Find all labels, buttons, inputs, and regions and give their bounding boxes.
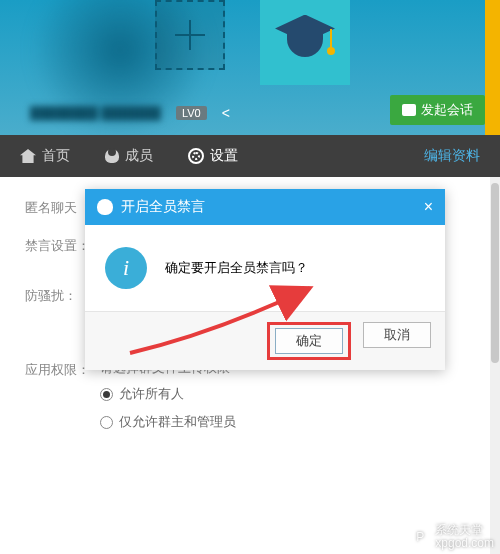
start-chat-label: 发起会话: [421, 101, 473, 119]
ok-button-highlight: 确定: [267, 322, 351, 360]
main-nav: 首页 成员 设置 编辑资料: [0, 135, 500, 177]
allow-all-radio[interactable]: [100, 388, 113, 401]
dialog-cancel-button[interactable]: 取消: [363, 322, 431, 348]
chat-bubble-icon: [402, 104, 416, 116]
watermark: P 系统天堂 xpgod.com: [409, 524, 494, 550]
allow-all-label: 允许所有人: [119, 385, 184, 403]
edit-profile-link[interactable]: 编辑资料: [424, 147, 480, 165]
graduation-cap-icon: [275, 23, 335, 63]
share-icon[interactable]: <: [222, 105, 230, 121]
nav-home-label: 首页: [42, 147, 70, 165]
watermark-line2: xpgod.com: [435, 537, 494, 550]
nav-settings-label: 设置: [210, 147, 238, 165]
scrollbar-thumb[interactable]: [491, 183, 499, 363]
nav-members[interactable]: 成员: [105, 147, 153, 165]
nav-members-label: 成员: [125, 147, 153, 165]
watermark-logo-icon: P: [409, 526, 431, 548]
start-chat-button[interactable]: 发起会话: [390, 95, 485, 125]
group-avatar[interactable]: [260, 0, 350, 85]
gear-icon: [188, 148, 204, 164]
dialog-message: 确定要开启全员禁言吗？: [165, 259, 308, 277]
dialog-title-text: 开启全员禁言: [121, 198, 205, 216]
qq-penguin-icon: [97, 199, 113, 215]
vertical-scrollbar[interactable]: [490, 177, 500, 554]
dialog-ok-button[interactable]: 确定: [275, 328, 343, 354]
confirm-dialog: 开启全员禁言 × i 确定要开启全员禁言吗？ 确定 取消: [85, 189, 445, 370]
level-badge: LV0: [176, 106, 207, 120]
decorative-strip: [485, 0, 500, 135]
home-icon: [20, 149, 36, 163]
profile-header: ████████ ███████ LV0 < 发起会话: [0, 0, 500, 135]
members-icon: [105, 149, 119, 163]
nav-settings[interactable]: 设置: [188, 147, 238, 165]
add-cover-button[interactable]: [155, 0, 225, 70]
only-admin-label: 仅允许群主和管理员: [119, 413, 236, 431]
only-admin-radio[interactable]: [100, 416, 113, 429]
info-icon: i: [105, 247, 147, 289]
group-name-blurred: ████████ ███████: [30, 106, 161, 120]
nav-home[interactable]: 首页: [20, 147, 70, 165]
dialog-close-button[interactable]: ×: [424, 198, 433, 216]
watermark-line1: 系统天堂: [435, 524, 494, 537]
dialog-titlebar: 开启全员禁言 ×: [85, 189, 445, 225]
